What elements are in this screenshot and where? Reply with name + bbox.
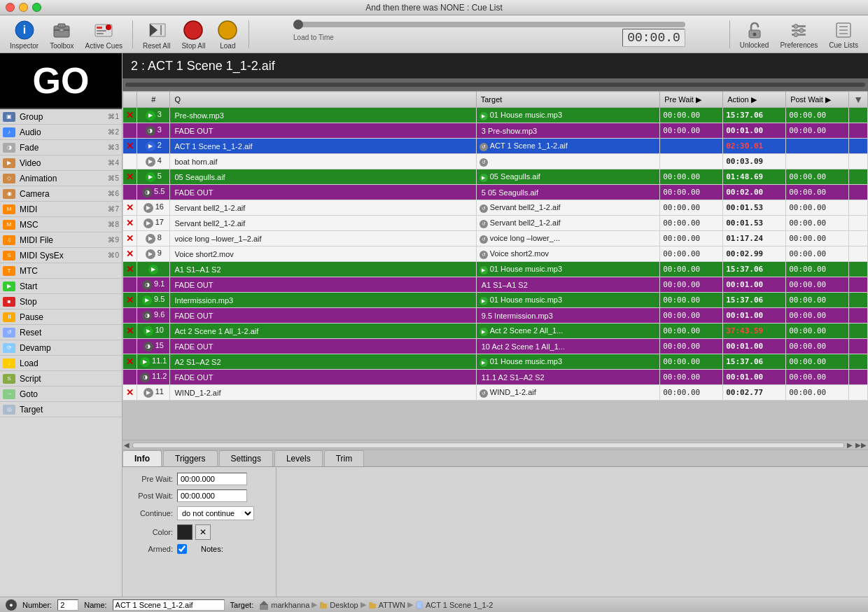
sidebar-item-midi-file[interactable]: ♫ MIDI File ⌘9: [0, 232, 122, 248]
x-cell[interactable]: ✕: [123, 216, 137, 231]
x-cell[interactable]: [123, 339, 137, 354]
table-row[interactable]: ◑ 15 FADE OUT 10 Act 2 Scene 1 All_1... …: [123, 339, 868, 354]
time-slider[interactable]: [293, 22, 685, 27]
table-row[interactable]: ◑ 11.2 FADE OUT 11.1 A2 S1–A2 S2 00:00.0…: [123, 370, 868, 385]
col-prewait[interactable]: Pre Wait ▶: [660, 92, 723, 108]
tab-trim[interactable]: Trim: [324, 450, 365, 466]
table-row[interactable]: ◑ 9.6 FADE OUT 9.5 Intermission.mp3 00:0…: [123, 308, 868, 324]
col-q[interactable]: Q: [170, 92, 476, 108]
continue-select[interactable]: do not continue auto-continue auto-follo…: [177, 506, 254, 520]
table-row[interactable]: ✕ ▶ 10 Act 2 Scene 1 All_1-2.aif ▶Act 2 …: [123, 324, 868, 339]
color-clear-button[interactable]: ✕: [195, 524, 211, 540]
x-cell[interactable]: ✕: [123, 385, 137, 401]
table-row[interactable]: ✕ ▶ A1 S1–A1 S2 ▶01 House music.mp3 00:0…: [123, 262, 868, 277]
tab-settings[interactable]: Settings: [219, 450, 273, 466]
number-input[interactable]: [57, 599, 78, 611]
x-cell[interactable]: ✕: [123, 169, 137, 185]
load-icon: [216, 19, 239, 41]
sidebar-item-midi-sysex[interactable]: S MIDI SysEx ⌘0: [0, 248, 122, 263]
toolbox-button[interactable]: Toolbox: [46, 18, 78, 51]
sidebar-item-script[interactable]: S Script: [0, 371, 122, 387]
table-row[interactable]: ✕ ▶ 9 Voice short2.mov ↺Voice short2.mov…: [123, 246, 868, 262]
window-controls[interactable]: [6, 3, 41, 12]
table-row[interactable]: ✕ ▶ 16 Servant bell2_1-2.aif ↺Servant be…: [123, 200, 868, 216]
table-row[interactable]: ✕ ▶ 11.1 A2 S1–A2 S2 ▶01 House music.mp3…: [123, 354, 868, 370]
tab-triggers[interactable]: Triggers: [163, 450, 218, 466]
tab-levels[interactable]: Levels: [274, 450, 323, 466]
sidebar-item-animation[interactable]: ◇ Animation ⌘5: [0, 171, 122, 186]
x-cell[interactable]: ✕: [123, 262, 137, 277]
sidebar-item-target[interactable]: ◎ Target: [0, 402, 122, 417]
sidebar-item-audio[interactable]: ♪ Audio ⌘2: [0, 125, 122, 140]
sidebar-item-group[interactable]: ▣ Group ⌘1: [0, 109, 122, 125]
x-cell[interactable]: ✕: [123, 354, 137, 370]
x-cell[interactable]: ✕: [123, 139, 137, 154]
color-picker-button[interactable]: [177, 524, 192, 540]
col-sort[interactable]: ▼: [849, 92, 868, 108]
x-cell[interactable]: [123, 277, 137, 293]
col-postwait[interactable]: Post Wait ▶: [786, 92, 849, 108]
col-action[interactable]: Action ▶: [723, 92, 786, 108]
table-row[interactable]: ✕ ▶ 9.5 Intermission.mp3 ▶01 House music…: [123, 293, 868, 308]
sidebar-item-reset[interactable]: ↺ Reset: [0, 325, 122, 340]
table-row[interactable]: ▶ 4 boat horn.aif ↺ 00:03.09: [123, 154, 868, 169]
x-cell[interactable]: ✕: [123, 200, 137, 216]
load-button[interactable]: Load: [212, 18, 243, 51]
unlocked-button[interactable]: Unlocked: [736, 18, 774, 50]
tab-info[interactable]: Info: [122, 450, 162, 466]
reset-all-button[interactable]: Reset All: [139, 18, 174, 51]
x-cell[interactable]: [123, 185, 137, 200]
sidebar-item-msc[interactable]: M MSC ⌘8: [0, 217, 122, 232]
table-row[interactable]: ✕ ▶ 8 voice long –lower_1–2.aif ↺voice l…: [123, 231, 868, 246]
close-button[interactable]: [6, 3, 15, 12]
sidebar-item-camera[interactable]: ◉ Camera ⌘6: [0, 186, 122, 202]
table-row[interactable]: ◑ 9.1 FADE OUT A1 S1–A1 S2 00:00.00 00:0…: [123, 277, 868, 293]
table-row[interactable]: ✕ ▶ 17 Servant bell2_1-2.aif ↺Servant be…: [123, 216, 868, 231]
x-cell[interactable]: [123, 123, 137, 139]
table-row[interactable]: ✕ ▶ 2 ACT 1 Scene 1_1-2.aif ↺ACT 1 Scene…: [123, 139, 868, 154]
sidebar-item-midi[interactable]: M MIDI ⌘7: [0, 202, 122, 217]
sidebar-item-stop[interactable]: ■ Stop: [0, 294, 122, 310]
sidebar-item-goto[interactable]: → Goto: [0, 387, 122, 402]
pre-wait-input[interactable]: [177, 473, 247, 485]
go-button[interactable]: GO: [0, 53, 122, 109]
col-num[interactable]: #: [137, 92, 170, 108]
active-cues-button[interactable]: Active Cues: [81, 18, 127, 51]
x-cell[interactable]: [123, 370, 137, 385]
sidebar-item-pause[interactable]: ⏸ Pause: [0, 310, 122, 325]
name-input[interactable]: [113, 599, 225, 611]
cue-table-wrapper[interactable]: # Q Target Pre Wait ▶ Action ▶ Post Wait…: [122, 91, 868, 440]
maximize-button[interactable]: [32, 3, 41, 12]
sidebar-item-mtc[interactable]: T MTC: [0, 263, 122, 279]
cue-lists-button[interactable]: Cue Lists: [825, 18, 862, 50]
sidebar-item-fade[interactable]: ◑ Fade ⌘3: [0, 140, 122, 155]
x-cell[interactable]: ✕: [123, 324, 137, 339]
stop-all-button[interactable]: Stop All: [177, 18, 209, 51]
inspector-button[interactable]: i Inspector: [6, 18, 43, 51]
sep1: [132, 20, 133, 48]
x-cell[interactable]: [123, 154, 137, 169]
minimize-button[interactable]: [19, 3, 28, 12]
h-scrollbar[interactable]: ◀ ▶ ▶▶: [122, 440, 868, 450]
armed-checkbox[interactable]: [177, 544, 187, 554]
num-cell: ▶ 4: [137, 154, 170, 169]
sidebar-item-start[interactable]: ▶ Start: [0, 279, 122, 294]
x-cell[interactable]: ✕: [123, 108, 137, 123]
col-target[interactable]: Target: [476, 92, 659, 108]
table-row[interactable]: ✕ ▶ 3 Pre-show.mp3 ▶01 House music.mp3 0…: [123, 108, 868, 123]
sidebar-item-video[interactable]: ▶ Video ⌘4: [0, 155, 122, 171]
table-row[interactable]: ✕ ▶ 11 WIND_1-2.aif ↺WIND_1-2.aif 00:00.…: [123, 385, 868, 401]
table-row[interactable]: ◑ 5.5 FADE OUT 5 05 Seagulls.aif 00:00.0…: [123, 185, 868, 200]
table-row[interactable]: ✕ ▶ 5 05 Seagulls.aif ▶05 Seagulls.aif 0…: [123, 169, 868, 185]
sidebar-item-load[interactable]: ↓ Load: [0, 356, 122, 371]
target-cell: ▶01 House music.mp3: [476, 108, 659, 123]
sidebar-item-devamp[interactable]: ⟳ Devamp: [0, 340, 122, 356]
x-cell[interactable]: ✕: [123, 231, 137, 246]
x-cell[interactable]: [123, 308, 137, 324]
x-cell[interactable]: ✕: [123, 246, 137, 262]
post-wait-input[interactable]: [177, 489, 247, 502]
prewait-cell: 00:00.00: [660, 216, 723, 231]
preferences-button[interactable]: Preferences: [776, 18, 822, 50]
table-row[interactable]: ◑ 3 FADE OUT 3 Pre-show.mp3 00:00.00 00:…: [123, 123, 868, 139]
x-cell[interactable]: ✕: [123, 293, 137, 308]
